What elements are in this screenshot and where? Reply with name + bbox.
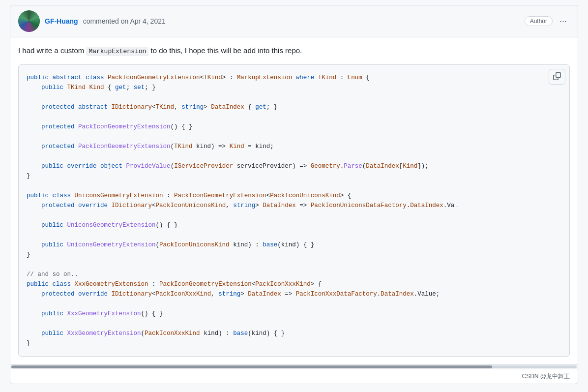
comment-body: I had write a custom MarkupExtension to …: [10, 37, 578, 364]
avatar: [18, 10, 40, 32]
comment-text-before: I had write a custom: [18, 46, 86, 55]
watermark: CSDN @龙中舞王: [10, 369, 578, 384]
author-badge: Author: [525, 16, 553, 26]
comment-text: I had write a custom MarkupExtension to …: [18, 45, 570, 57]
more-options-button[interactable]: ···: [557, 16, 570, 27]
comment-header: GF-Huang commented on Apr 4, 2021 Author…: [10, 5, 578, 37]
code-block: public abstract class PackIconGeometryEx…: [18, 64, 570, 357]
code-content: public abstract class PackIconGeometryEx…: [19, 65, 569, 356]
comment-header-left: GF-Huang commented on Apr 4, 2021: [18, 10, 166, 32]
scrollbar-track[interactable]: [11, 365, 577, 368]
inline-code: MarkupExtension: [86, 47, 148, 56]
comment-date: commented on Apr 4, 2021: [83, 17, 166, 25]
comment-container: GF-Huang commented on Apr 4, 2021 Author…: [10, 5, 578, 384]
scrollbar-area[interactable]: [10, 364, 578, 369]
comment-header-right: Author ···: [525, 16, 570, 27]
comment-text-after: to do this, I hope this will be add into…: [148, 46, 302, 55]
author-name[interactable]: GF-Huang: [45, 17, 78, 25]
scrollbar-thumb[interactable]: [11, 365, 492, 368]
copy-button[interactable]: [549, 69, 565, 85]
